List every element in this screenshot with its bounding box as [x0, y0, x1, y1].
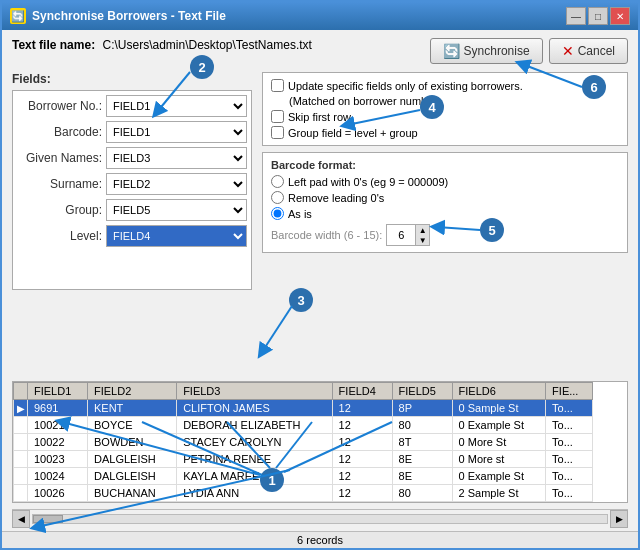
- cell-f6: 0 Sample St: [452, 400, 546, 417]
- row-indicator: [14, 417, 28, 434]
- cell-f7: To...: [546, 417, 593, 434]
- cell-f5: 80: [392, 417, 452, 434]
- spinner-up-button[interactable]: ▲: [415, 225, 429, 235]
- cell-f1: 9691: [28, 400, 88, 417]
- action-buttons: 🔄 Synchronise ✕ Cancel: [430, 38, 628, 64]
- status-bar: 6 records: [2, 531, 638, 548]
- barcode-removeleading-row: Remove leading 0's: [271, 191, 619, 204]
- maximize-button[interactable]: □: [588, 7, 608, 25]
- barcode-width-input[interactable]: [387, 225, 415, 245]
- cell-f2: BUCHANAN: [87, 485, 176, 502]
- field-row-barcode: Barcode: FIELD1FIELD2FIELD3: [17, 121, 247, 143]
- title-controls: — □ ✕: [566, 7, 630, 25]
- record-count: 6 records: [297, 534, 343, 546]
- cell-f3: LYDIA ANN: [177, 485, 332, 502]
- minimize-button[interactable]: —: [566, 7, 586, 25]
- borrower-no-label: Borrower No.:: [17, 99, 102, 113]
- table-row[interactable]: 10026 BUCHANAN LYDIA ANN 12 80 2 Sample …: [14, 485, 593, 502]
- group-label: Group:: [17, 203, 102, 217]
- cell-f1: 10023: [28, 451, 88, 468]
- update-specific-sublabel: (Matched on borrower number): [289, 95, 441, 107]
- close-button[interactable]: ✕: [610, 7, 630, 25]
- cell-f2: BOYCE: [87, 417, 176, 434]
- cell-f5: 8E: [392, 468, 452, 485]
- barcode-leftpad-radio[interactable]: [271, 175, 284, 188]
- skip-first-row-label: Skip first row: [288, 111, 351, 123]
- cell-f6: 0 More st: [452, 451, 546, 468]
- cell-f6: 0 More St: [452, 434, 546, 451]
- row-indicator: [14, 434, 28, 451]
- main-content: Text file name: C:\Users\admin\Desktop\T…: [2, 30, 638, 531]
- group-select[interactable]: FIELD1FIELD2FIELD3FIELD4FIELD5: [106, 199, 247, 221]
- table-wrapper[interactable]: FIELD1 FIELD2 FIELD3 FIELD4 FIELD5 FIELD…: [13, 382, 627, 502]
- barcode-leftpad-row: Left pad with 0's (eg 9 = 000009): [271, 175, 619, 188]
- row-indicator: [14, 485, 28, 502]
- cell-f7: To...: [546, 434, 593, 451]
- skip-first-row-row: Skip first row: [271, 110, 619, 123]
- group-field-row: Group field = level + group: [271, 126, 619, 139]
- spinner-down-button[interactable]: ▼: [415, 235, 429, 245]
- barcode-label: Barcode:: [17, 125, 102, 139]
- scroll-track: [32, 514, 608, 524]
- field-row-group: Group: FIELD1FIELD2FIELD3FIELD4FIELD5: [17, 199, 247, 221]
- cell-f4: 12: [332, 468, 392, 485]
- synchronise-button[interactable]: 🔄 Synchronise: [430, 38, 543, 64]
- barcode-select[interactable]: FIELD1FIELD2FIELD3: [106, 121, 247, 143]
- skip-first-row-checkbox[interactable]: [271, 110, 284, 123]
- borrower-no-select[interactable]: FIELD1FIELD2FIELD3: [106, 95, 247, 117]
- scroll-right-button[interactable]: ▶: [610, 510, 628, 528]
- fields-scroll-area[interactable]: Borrower No.: FIELD1FIELD2FIELD3 Barcode…: [12, 90, 252, 290]
- barcode-format-title: Barcode format:: [271, 159, 619, 171]
- update-specific-row: Update specific fields only of existing …: [271, 79, 619, 92]
- cell-f5: 8T: [392, 434, 452, 451]
- cell-f1: 10024: [28, 468, 88, 485]
- barcode-asis-radio[interactable]: [271, 207, 284, 220]
- barcode-width-spinner[interactable]: ▲ ▼: [386, 224, 430, 246]
- cell-f3: KAYLA MAREE: [177, 468, 332, 485]
- cell-f2: DALGLEISH: [87, 468, 176, 485]
- scroll-left-button[interactable]: ◀: [12, 510, 30, 528]
- col-field6: FIELD6: [452, 383, 546, 400]
- col-field3: FIELD3: [177, 383, 332, 400]
- cell-f6: 2 Sample St: [452, 485, 546, 502]
- surname-select[interactable]: FIELD1FIELD2FIELD3: [106, 173, 247, 195]
- field-row-level: Level: FIELD1FIELD2FIELD3FIELD4: [17, 225, 247, 247]
- cell-f3: DEBORAH ELIZABETH: [177, 417, 332, 434]
- data-table: FIELD1 FIELD2 FIELD3 FIELD4 FIELD5 FIELD…: [13, 382, 593, 502]
- main-window: 1 2 3 4 5 6: [0, 0, 640, 550]
- given-names-label: Given Names:: [17, 151, 102, 165]
- table-row[interactable]: ▶ 9691 KENT CLIFTON JAMES 12 8P 0 Sample…: [14, 400, 593, 417]
- update-specific-checkbox[interactable]: [271, 79, 284, 92]
- cancel-button[interactable]: ✕ Cancel: [549, 38, 628, 64]
- table-row[interactable]: 10022 BOWDEN STACEY CAROLYN 12 8T 0 More…: [14, 434, 593, 451]
- options-panel: Update specific fields only of existing …: [262, 72, 628, 375]
- cell-f2: DALGLEISH: [87, 451, 176, 468]
- col-indicator: [14, 383, 28, 400]
- col-field4: FIELD4: [332, 383, 392, 400]
- window-title: Synchronise Borrowers - Text File: [32, 9, 560, 23]
- level-select[interactable]: FIELD1FIELD2FIELD3FIELD4: [106, 225, 247, 247]
- scroll-thumb[interactable]: [33, 515, 63, 523]
- row-indicator: ▶: [14, 400, 28, 417]
- cell-f6: 0 Example St: [452, 417, 546, 434]
- update-specific-sublabel-row: (Matched on borrower number): [289, 95, 619, 107]
- cell-f2: KENT: [87, 400, 176, 417]
- barcode-width-label: Barcode width (6 - 15):: [271, 229, 382, 241]
- horizontal-scrollbar[interactable]: ◀ ▶: [12, 509, 628, 527]
- barcode-removeleading-label: Remove leading 0's: [288, 192, 384, 204]
- col-field1: FIELD1: [28, 383, 88, 400]
- cell-f1: 10022: [28, 434, 88, 451]
- group-field-checkbox[interactable]: [271, 126, 284, 139]
- barcode-leftpad-label: Left pad with 0's (eg 9 = 000009): [288, 176, 448, 188]
- cell-f3: PETRINA RENEE: [177, 451, 332, 468]
- table-row[interactable]: 10023 DALGLEISH PETRINA RENEE 12 8E 0 Mo…: [14, 451, 593, 468]
- barcode-removeleading-radio[interactable]: [271, 191, 284, 204]
- cell-f1: 10021: [28, 417, 88, 434]
- given-names-select[interactable]: FIELD1FIELD2FIELD3: [106, 147, 247, 169]
- file-name-row: Text file name: C:\Users\admin\Desktop\T…: [12, 38, 312, 52]
- table-row[interactable]: 10021 BOYCE DEBORAH ELIZABETH 12 80 0 Ex…: [14, 417, 593, 434]
- barcode-width-row: Barcode width (6 - 15): ▲ ▼: [271, 224, 619, 246]
- barcode-asis-row: As is: [271, 207, 619, 220]
- title-bar: 🔄 Synchronise Borrowers - Text File — □ …: [2, 2, 638, 30]
- table-row[interactable]: 10024 DALGLEISH KAYLA MAREE 12 8E 0 Exam…: [14, 468, 593, 485]
